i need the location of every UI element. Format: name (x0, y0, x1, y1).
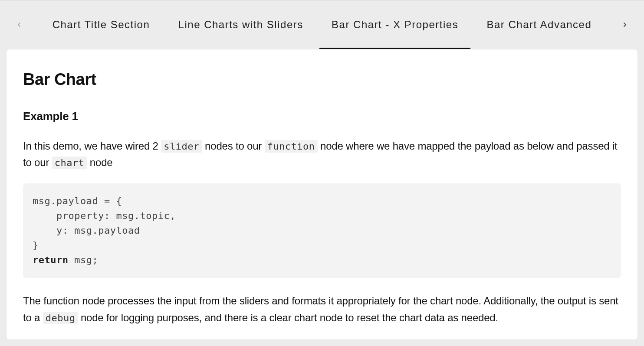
tabs-prev-button[interactable] (9, 14, 30, 35)
code-line: y: msg.payload (33, 225, 140, 236)
page-title: Bar Chart (23, 70, 621, 89)
text-segment: node (87, 157, 112, 168)
text-segment: In this demo, we have wired 2 (23, 140, 161, 152)
code-block: msg.payload = { property: msg.topic, y: … (23, 183, 621, 278)
tabs-bar: Chart Title Section Line Charts with Sli… (0, 0, 644, 49)
tab-label: Line Charts with Sliders (178, 19, 303, 31)
tabs-next-button[interactable] (614, 14, 635, 35)
chevron-right-icon (621, 21, 628, 28)
code-keyword-return: return (33, 255, 68, 265)
tab-label: Bar Chart - X Properties (332, 19, 458, 31)
inline-code-slider: slider (161, 140, 202, 153)
tab-bar-chart-advanced[interactable]: Bar Chart Advanced (475, 0, 604, 49)
text-segment: nodes to our (202, 140, 265, 152)
tab-label: Bar Chart Advanced (487, 19, 592, 31)
code-line: property: msg.topic, (33, 210, 176, 221)
chevron-left-icon (16, 21, 23, 28)
tab-bar-chart-x-properties[interactable]: Bar Chart - X Properties (319, 0, 470, 49)
inline-code-function: function (265, 140, 318, 153)
tab-label: Chart Title Section (53, 19, 150, 31)
code-line: msg.payload = { (33, 196, 122, 206)
example-heading: Example 1 (23, 110, 621, 123)
code-line: msg; (68, 255, 98, 265)
code-line: } (33, 240, 39, 251)
intro-paragraph: In this demo, we have wired 2 slider nod… (23, 138, 621, 171)
inline-code-chart: chart (52, 157, 87, 169)
followup-paragraph: The function node processes the input fr… (23, 293, 621, 326)
tab-line-charts-with-sliders[interactable]: Line Charts with Sliders (166, 0, 315, 49)
text-segment: node for logging purposes, and there is … (78, 312, 498, 323)
content-card: Bar Chart Example 1 In this demo, we hav… (6, 49, 638, 340)
tabs-list: Chart Title Section Line Charts with Sli… (30, 0, 614, 49)
inline-code-debug: debug (43, 312, 78, 324)
tab-chart-title-section[interactable]: Chart Title Section (40, 0, 162, 49)
